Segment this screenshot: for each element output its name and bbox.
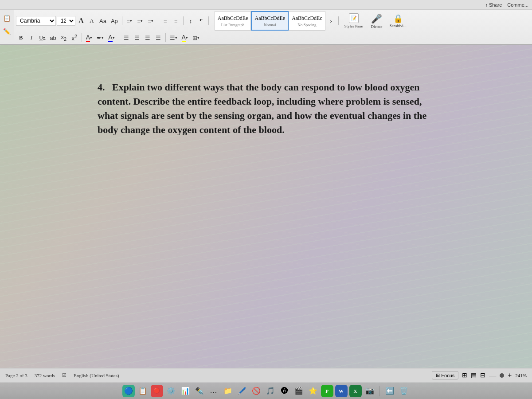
styles-pane-block[interactable]: 📝 Styles Pane — [341, 13, 367, 28]
dock-item-back[interactable]: ⬅️ — [383, 385, 396, 397]
underline-button[interactable]: U ▾ — [37, 32, 47, 43]
dock-item-star[interactable]: ⭐ — [307, 385, 319, 397]
bold-button[interactable]: B — [16, 32, 26, 43]
styles-pane-icon: 📝 — [349, 13, 359, 23]
dock-item-charts[interactable]: 📊 — [179, 385, 192, 397]
dock-item-trash[interactable]: 🗑️ — [398, 385, 410, 397]
align-center2-button[interactable]: ☰ — [132, 32, 142, 43]
dock-item-video[interactable]: 🎬 — [293, 385, 305, 397]
bullets-button[interactable]: ≡ ▾ — [125, 16, 134, 26]
dock-item-settings[interactable]: ⚙️ — [165, 385, 177, 397]
highlight-icon: ✒ — [97, 35, 102, 41]
font-color-button[interactable]: A ▾ — [84, 32, 94, 43]
sensitivity-label: Sensitivi... — [390, 23, 407, 28]
page-content[interactable]: 4. Explain two different ways that the b… — [71, 71, 461, 146]
view-mode-icon3[interactable]: ⊟ — [480, 372, 485, 379]
superscript-button[interactable]: x2 — [70, 32, 79, 43]
style-list-paragraph[interactable]: AaBbCcDdEe List Paragraph — [215, 11, 251, 31]
dock-item-edit[interactable]: 🖊️ — [236, 385, 248, 397]
style-normal-preview: AaBbCcDdEe — [254, 15, 285, 22]
font-family-select[interactable]: Cambria — [16, 16, 56, 26]
separator4 — [208, 16, 209, 25]
clear-format-icon: Ap — [111, 18, 118, 24]
superscript-icon: x2 — [72, 34, 78, 42]
dictate-block[interactable]: 🎤 Dictate — [368, 13, 386, 29]
font-color-chevron: ▾ — [90, 35, 92, 40]
aa-label: Aa — [99, 18, 106, 24]
dock-item-more[interactable]: … — [207, 385, 220, 397]
question-paragraph: 4. Explain two different ways that the b… — [98, 80, 434, 137]
dock-item-excel[interactable]: X — [349, 385, 362, 397]
dock: 🔵 📋 🔴 ⚙️ 📊 ✒️ … 📁 🖊️ 🚫 🎵 🅐 🎬 ⭐ P W X 📷 ⬅… — [0, 382, 532, 399]
align-left2-button[interactable]: ☰ — [121, 32, 131, 43]
dock-item-camera[interactable]: 📷 — [364, 385, 376, 397]
subscript-icon: x2 — [61, 34, 67, 42]
dock-item-finder[interactable]: 🔵 — [122, 385, 135, 397]
status-right: ⊞ Focus ⊞ ▤ ⊟ — + 241% — [432, 371, 527, 379]
subscript-button[interactable]: x2 — [59, 32, 69, 43]
sort-icon: ↕ — [189, 18, 192, 24]
status-bar: Page 2 of 3 372 words ☑ English (United … — [0, 368, 532, 382]
sensitivity-block[interactable]: 🔒 Sensitivi... — [387, 14, 409, 28]
style-normal[interactable]: AaBbCcDdEe Normal — [251, 11, 289, 31]
dock-item-green[interactable]: P — [321, 385, 333, 397]
share-button[interactable]: ↑ Share — [485, 2, 502, 8]
justify-icon: ☰ — [156, 35, 161, 41]
font-grow-button[interactable]: A — [76, 16, 86, 26]
italic-button[interactable]: I — [27, 32, 36, 43]
styles-scroll-right-button[interactable]: › — [326, 16, 336, 26]
line-spacing-icon: ☰ — [170, 35, 175, 41]
spelling-check-icon[interactable]: ☑ — [62, 372, 66, 378]
word-count: 372 words — [35, 373, 55, 378]
text-effects-button[interactable]: A ▾ — [106, 32, 116, 43]
dock-item-noentry[interactable]: 🚫 — [250, 385, 262, 397]
font-size-select[interactable]: 12 — [57, 16, 75, 26]
align-left-button[interactable]: ≡ — [160, 16, 170, 26]
numbering-button[interactable]: ≡ ▾ — [135, 16, 145, 26]
justify-button[interactable]: ☰ — [153, 32, 163, 43]
separator2 — [158, 16, 158, 25]
aa-button[interactable]: Aa — [98, 16, 108, 26]
dock-item-red[interactable]: 🔴 — [151, 385, 163, 397]
line-spacing-button[interactable]: ☰ ▾ — [168, 32, 179, 43]
highlight-button[interactable]: ✒ ▾ — [95, 32, 106, 43]
shading-icon: A — [182, 34, 186, 42]
language-status[interactable]: English (United States) — [74, 373, 119, 378]
view-mode-icon1[interactable]: ⊞ — [462, 372, 467, 379]
text-effects-icon: A — [108, 34, 112, 42]
dock-item-folder[interactable]: 📁 — [222, 385, 234, 397]
multilevel-list-button[interactable]: ≡ ▾ — [146, 16, 156, 26]
align-right2-button[interactable]: ☰ — [143, 32, 153, 43]
strikethrough-button[interactable]: ab — [48, 32, 58, 43]
style-list-paragraph-label: List Paragraph — [221, 23, 245, 27]
view-mode-icon2[interactable]: ▤ — [471, 372, 477, 379]
dock-item-notes[interactable]: 📋 — [137, 385, 149, 397]
font-shrink-icon: A — [90, 17, 94, 24]
sort-button[interactable]: ↕ — [186, 16, 196, 26]
clear-format-button[interactable]: Ap — [109, 16, 120, 26]
shading-button[interactable]: A ▾ — [180, 32, 190, 43]
focus-button[interactable]: ⊞ Focus — [432, 371, 458, 379]
zoom-dot — [500, 373, 504, 378]
clipboard-icon[interactable]: 📋 — [3, 15, 11, 22]
line-spacing-chevron: ▾ — [175, 35, 177, 40]
borders-chevron: ▾ — [197, 35, 200, 40]
align-center2-icon: ☰ — [134, 35, 140, 41]
dock-divider — [379, 386, 380, 396]
dock-item-music[interactable]: 🎵 — [264, 385, 277, 397]
focus-label: Focus — [441, 373, 454, 378]
show-paragraph-button[interactable]: ¶ — [196, 16, 206, 26]
borders-button[interactable]: ⊞ ▾ — [191, 32, 201, 43]
dock-item-appstore[interactable]: 🅐 — [278, 385, 291, 397]
align-center-button[interactable]: ≡ — [171, 16, 181, 26]
pencil-icon[interactable]: ✏️ — [3, 28, 11, 35]
bullets-icon: ≡ — [127, 18, 130, 24]
style-list-paragraph-preview: AaBbCcDdEe — [218, 15, 248, 22]
style-no-spacing[interactable]: AaBbCcDdEc No Spacing — [289, 11, 325, 31]
dock-item-pencil[interactable]: ✒️ — [193, 385, 206, 397]
document-area: 4. Explain two different ways that the b… — [0, 45, 532, 390]
font-shrink-button[interactable]: A — [87, 16, 97, 26]
style-no-spacing-label: No Spacing — [297, 23, 316, 27]
dock-item-word[interactable]: W — [335, 385, 348, 397]
comments-button[interactable]: Comme... — [507, 2, 528, 8]
